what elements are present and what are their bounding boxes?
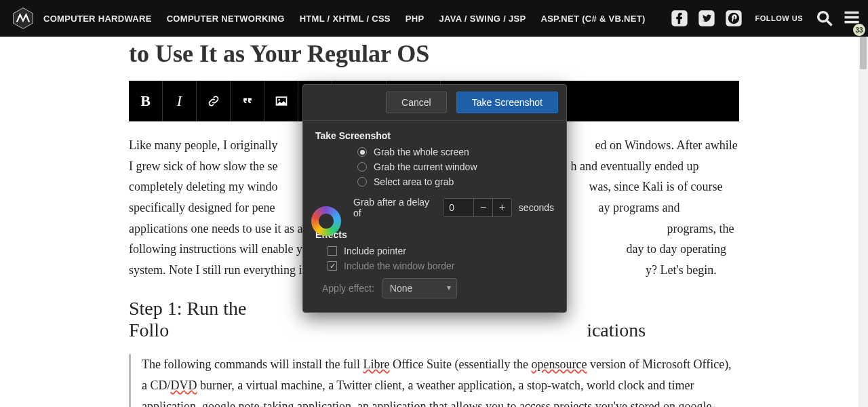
- link-dvd[interactable]: DVD: [171, 379, 197, 392]
- radio-icon: [357, 147, 367, 157]
- topbar-right: FOLLOW US 33: [670, 7, 862, 29]
- link-opensource[interactable]: opensource: [532, 357, 587, 371]
- nav-item-php[interactable]: PHP: [406, 14, 425, 24]
- nav-item-networking[interactable]: COMPUTER NETWORKING: [167, 14, 285, 24]
- dialog-body: Take Screenshot Grab the whole screen Gr…: [303, 121, 566, 312]
- delay-increment-button[interactable]: +: [492, 199, 511, 216]
- screenshot-dialog: Cancel Take Screenshot Take Screenshot G…: [302, 84, 567, 313]
- nav-item-hardware[interactable]: COMPUTER HARDWARE: [43, 14, 152, 24]
- radio-label: Select area to grab: [374, 176, 454, 187]
- delay-suffix-label: seconds: [519, 202, 554, 213]
- site-logo[interactable]: [11, 6, 35, 31]
- delay-input[interactable]: [443, 199, 473, 216]
- link-libre[interactable]: Libre: [363, 357, 389, 371]
- article-title: to Use It as Your Regular OS: [129, 39, 739, 69]
- radio-icon: [357, 162, 367, 172]
- checkbox-include-border: Include the window border: [328, 260, 554, 271]
- bold-button[interactable]: B: [129, 81, 163, 121]
- checkbox-label: Include the window border: [344, 260, 454, 271]
- scrollbar-thumb[interactable]: [860, 37, 867, 69]
- delay-prefix-label: Grab after a delay of: [353, 197, 436, 218]
- nav-item-html[interactable]: HTML / XHTML / CSS: [300, 14, 391, 24]
- top-navbar: COMPUTER HARDWARE COMPUTER NETWORKING HT…: [0, 0, 868, 37]
- link-button[interactable]: [197, 81, 231, 121]
- notification-badge: 33: [853, 24, 865, 36]
- link-google[interactable]: google: [202, 400, 235, 407]
- delay-decrement-button[interactable]: −: [473, 199, 492, 216]
- twitter-icon[interactable]: [697, 9, 716, 28]
- dialog-header: Cancel Take Screenshot: [303, 85, 566, 121]
- pinterest-icon[interactable]: [724, 9, 743, 28]
- checkbox-icon: [328, 261, 337, 271]
- step-1-quote: The following commands will install the …: [129, 354, 739, 407]
- svg-marker-0: [14, 8, 33, 29]
- svg-rect-9: [845, 21, 859, 24]
- take-screenshot-section-title: Take Screenshot: [315, 130, 554, 141]
- apply-effect-row: Apply effect: None: [322, 278, 554, 298]
- radio-label: Grab the current window: [374, 161, 477, 172]
- nav-links: COMPUTER HARDWARE COMPUTER NETWORKING HT…: [43, 14, 646, 24]
- svg-line-6: [827, 21, 832, 26]
- svg-point-11: [278, 99, 280, 101]
- cancel-button[interactable]: Cancel: [386, 92, 447, 113]
- scrollbar-track[interactable]: [859, 37, 868, 407]
- quote-button[interactable]: [231, 81, 264, 121]
- checkbox-label: Include pointer: [344, 246, 406, 256]
- search-icon[interactable]: [815, 9, 834, 28]
- radio-icon: [357, 177, 367, 187]
- delay-row: Grab after a delay of − + seconds: [353, 197, 554, 218]
- checkbox-icon: [328, 246, 337, 256]
- apply-effect-select: None: [382, 278, 457, 298]
- nav-item-java[interactable]: JAVA / SWING / JSP: [439, 14, 526, 24]
- delay-spinner: − +: [443, 198, 512, 217]
- image-button[interactable]: [264, 81, 298, 121]
- effects-section-title: Effects: [315, 229, 554, 240]
- radio-whole-screen[interactable]: Grab the whole screen: [357, 147, 554, 157]
- radio-select-area[interactable]: Select area to grab: [357, 176, 554, 187]
- svg-rect-7: [845, 12, 859, 14]
- screenshot-app-icon: [311, 206, 341, 236]
- nav-item-aspnet[interactable]: ASP.NET (C# & VB.NET): [540, 14, 645, 24]
- apply-effect-label: Apply effect:: [322, 283, 374, 294]
- italic-button[interactable]: I: [163, 81, 197, 121]
- radio-label: Grab the whole screen: [374, 147, 469, 157]
- take-screenshot-button[interactable]: Take Screenshot: [456, 92, 558, 113]
- radio-current-window[interactable]: Grab the current window: [357, 161, 554, 172]
- checkbox-include-pointer[interactable]: Include pointer: [328, 246, 554, 256]
- facebook-icon[interactable]: [670, 9, 689, 28]
- menu-button[interactable]: 33: [842, 7, 861, 29]
- svg-point-5: [818, 12, 828, 22]
- follow-us-label: FOLLOW US: [755, 14, 804, 22]
- svg-rect-8: [845, 16, 859, 19]
